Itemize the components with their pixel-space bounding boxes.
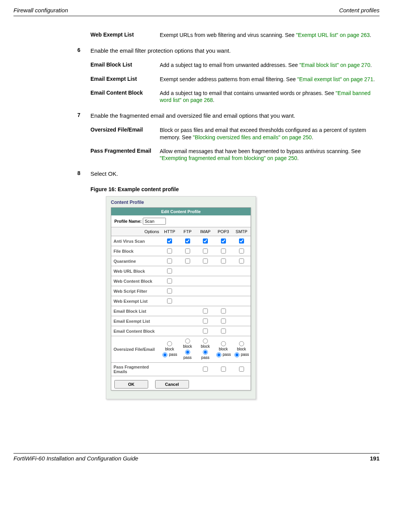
option-cell	[161, 316, 179, 326]
table-row: Email Block List	[111, 306, 251, 316]
option-checkbox[interactable]	[203, 319, 208, 324]
option-checkbox[interactable]	[167, 258, 172, 263]
block-pass-group: block pass	[216, 341, 231, 358]
link-ref[interactable]: "Exempting fragmented email from blockin…	[160, 155, 297, 161]
option-checkbox[interactable]	[221, 248, 226, 253]
option-checkbox[interactable]	[221, 319, 226, 324]
option-cell	[179, 266, 196, 276]
table-row: Email Exempt List	[111, 316, 251, 326]
option-checkbox[interactable]	[203, 329, 208, 334]
link-exempt-url[interactable]: "Exempt URL list" on page 263	[296, 32, 370, 38]
option-checkbox[interactable]	[167, 299, 172, 304]
content-profile-panel: Edit Content Profile Profile Name: Optio…	[111, 207, 251, 390]
option-checkbox[interactable]	[185, 258, 190, 263]
def-desc: Allow email messages that have been frag…	[160, 148, 378, 162]
cancel-button[interactable]: Cancel	[155, 380, 189, 389]
pass-radio[interactable]	[162, 352, 167, 357]
step-num-8: 8	[77, 170, 90, 178]
option-cell	[196, 326, 214, 336]
def-web-exempt: Web Exempt List Exempt URLs from web fil…	[90, 32, 378, 38]
step-text-7: Enable the fragmented email and oversize…	[90, 112, 295, 120]
option-cell	[161, 306, 179, 316]
option-cell: block pass	[179, 336, 196, 363]
ok-button[interactable]: OK	[114, 380, 148, 389]
option-label: File Block	[111, 246, 161, 256]
pass-radio[interactable]	[185, 350, 190, 355]
option-cell	[161, 266, 179, 276]
block-label: block	[201, 344, 210, 349]
option-cell	[232, 246, 251, 256]
option-label: Email Block List	[111, 306, 161, 316]
option-cell	[161, 286, 179, 296]
option-cell	[196, 362, 214, 376]
block-radio[interactable]	[221, 341, 226, 346]
footer-rule	[13, 453, 380, 454]
page-number: 191	[370, 455, 380, 462]
option-checkbox[interactable]	[221, 367, 226, 372]
block-radio[interactable]	[239, 341, 244, 346]
block-radio[interactable]	[167, 341, 172, 346]
option-cell: block pass	[161, 336, 179, 363]
option-cell	[214, 326, 232, 336]
block-pass-group: block pass	[162, 341, 177, 358]
option-checkbox[interactable]	[221, 329, 226, 334]
step-6: 6 Enable the email filter protection opt…	[90, 47, 378, 55]
def-text-b: .	[213, 97, 214, 103]
option-checkbox[interactable]	[167, 289, 172, 294]
option-label: Web URL Block	[111, 266, 161, 276]
pass-radio[interactable]	[203, 350, 208, 355]
def-text-b: .	[297, 155, 299, 161]
option-checkbox[interactable]	[221, 238, 226, 243]
email-def-row: Email Exempt ListExempt sender address p…	[90, 76, 378, 83]
pass-radio[interactable]	[234, 352, 239, 357]
block-pass-group: block pass	[198, 338, 213, 360]
block-radio[interactable]	[203, 339, 208, 344]
option-cell	[232, 256, 251, 266]
block-radio[interactable]	[185, 339, 190, 344]
table-row: Oversized File/Email block pass block pa…	[111, 336, 251, 363]
option-checkbox[interactable]	[167, 279, 172, 284]
option-checkbox[interactable]	[203, 367, 208, 372]
option-checkbox[interactable]	[185, 248, 190, 253]
table-row: Anti Virus Scan	[111, 236, 251, 246]
option-checkbox[interactable]	[167, 248, 172, 253]
pass-label: pass	[184, 355, 192, 360]
profile-name-label: Profile Name:	[114, 219, 142, 223]
option-cell	[232, 296, 251, 306]
option-checkbox[interactable]	[239, 367, 244, 372]
option-checkbox[interactable]	[203, 238, 208, 243]
option-checkbox[interactable]	[203, 309, 208, 314]
def-term: Oversized File/Email	[90, 127, 160, 140]
option-checkbox[interactable]	[167, 238, 172, 243]
content-profile-buttons: OK Cancel	[111, 376, 251, 390]
option-cell	[232, 286, 251, 296]
profile-name-input[interactable]	[143, 218, 166, 225]
option-checkbox[interactable]	[239, 238, 244, 243]
option-cell	[196, 246, 214, 256]
option-checkbox[interactable]	[203, 248, 208, 253]
option-checkbox[interactable]	[221, 309, 226, 314]
col-imap: IMAP	[196, 227, 214, 236]
option-checkbox[interactable]	[167, 269, 172, 274]
def-desc: Add a subject tag to email from unwanted…	[160, 62, 372, 68]
link-ref[interactable]: "Blocking oversized files and emails" on…	[193, 134, 312, 140]
pass-radio[interactable]	[216, 352, 221, 357]
col-pop3: POP3	[214, 227, 232, 236]
option-checkbox[interactable]	[203, 258, 208, 263]
pass-label: pass	[222, 352, 231, 357]
link-ref[interactable]: "Email exempt list" on page 271	[297, 76, 373, 82]
def-desc: Exempt sender address patterns from emai…	[160, 76, 375, 83]
option-cell	[214, 256, 232, 266]
block-label: block	[183, 344, 192, 349]
option-cell	[196, 306, 214, 316]
link-ref[interactable]: "Email block list" on page 270	[299, 62, 370, 68]
option-checkbox[interactable]	[239, 248, 244, 253]
option-cell	[232, 266, 251, 276]
option-cell	[214, 306, 232, 316]
option-cell	[214, 316, 232, 326]
option-checkbox[interactable]	[239, 258, 244, 263]
option-checkbox[interactable]	[221, 258, 226, 263]
option-cell	[179, 296, 196, 306]
option-cell: block pass	[196, 336, 214, 363]
option-checkbox[interactable]	[185, 238, 190, 243]
